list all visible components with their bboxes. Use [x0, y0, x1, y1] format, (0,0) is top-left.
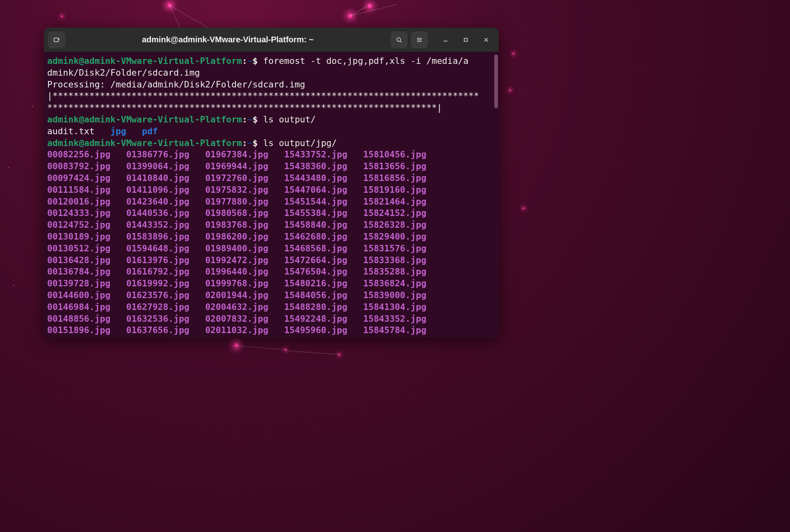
file-entry: 01992472.jpg — [205, 255, 268, 265]
file-entry: 00124333.jpg — [47, 208, 110, 218]
file-entry: 01983768.jpg — [205, 220, 268, 230]
terminal-line: admink@admink-VMware-Virtual-Platform:~$… — [47, 114, 495, 126]
minimize-button[interactable] — [437, 31, 454, 48]
scrollbar-thumb[interactable] — [494, 55, 498, 108]
file-entry: 01619992.jpg — [126, 278, 189, 288]
file-entry: 15821464.jpg — [363, 196, 426, 207]
terminal-line: audit.txt jpg pdf — [47, 126, 495, 137]
dir-entry: jpg — [110, 126, 126, 136]
file-entry: 01637656.jpg — [126, 325, 189, 335]
new-tab-button[interactable] — [48, 31, 65, 48]
file-entry: 01969944.jpg — [205, 161, 268, 171]
prompt-dollar: $ — [253, 114, 258, 124]
file-entry: 15810456.jpg — [363, 149, 426, 159]
hamburger-icon — [416, 36, 423, 44]
terminal-line: 00082256.jpg 01386776.jpg 01967384.jpg 1… — [47, 149, 495, 161]
file-entry: 15824152.jpg — [363, 208, 426, 218]
file-entry: 00120016.jpg — [47, 196, 110, 207]
terminal-body[interactable]: admink@admink-VMware-Virtual-Platform:~$… — [44, 52, 499, 338]
star-decor — [8, 167, 9, 168]
file-entry: 01410840.jpg — [126, 173, 189, 183]
star-decor — [523, 207, 524, 209]
svg-point-1 — [397, 37, 401, 41]
file-entry: 15484056.jpg — [284, 290, 347, 300]
prompt-colon: : — [242, 138, 247, 148]
file-entry: 15845784.jpg — [363, 325, 426, 335]
file-entry: 01632536.jpg — [126, 314, 189, 324]
file-entry: 02011032.jpg — [205, 325, 268, 335]
close-button[interactable] — [478, 31, 495, 48]
maximize-button[interactable] — [457, 31, 474, 48]
command-text: foremost -t doc,jpg,pdf,xls -i /media/a — [263, 56, 469, 66]
command-text: ls output/jpg/ — [263, 138, 337, 148]
svg-rect-0 — [54, 38, 59, 41]
file-entry: 15813656.jpg — [363, 161, 426, 171]
svg-rect-2 — [464, 38, 467, 41]
prompt-path: ~ — [247, 138, 253, 148]
file-entry: 01583896.jpg — [126, 231, 189, 242]
star-decor — [32, 106, 33, 107]
star-decor — [61, 15, 63, 17]
file-entry: audit.txt — [47, 126, 95, 136]
titlebar: admink@admink-VMware-Virtual-Platform: ~ — [44, 28, 499, 52]
window-title: admink@admink-VMware-Virtual-Platform: ~ — [68, 35, 387, 44]
file-entry: 15831576.jpg — [363, 243, 426, 253]
file-entry: 01972760.jpg — [205, 173, 268, 183]
file-entry: 01999768.jpg — [205, 278, 268, 288]
file-entry: 00139728.jpg — [47, 278, 110, 288]
star-decor — [513, 53, 514, 55]
terminal-line: 00124333.jpg 01440536.jpg 01980568.jpg 1… — [47, 207, 495, 219]
prompt-path: ~ — [247, 56, 253, 66]
file-entry: 01967384.jpg — [205, 149, 268, 159]
file-entry: 00082256.jpg — [47, 149, 110, 159]
terminal-line: 00120016.jpg 01423640.jpg 01977880.jpg 1… — [47, 196, 495, 208]
star-decor — [13, 285, 14, 286]
file-entry: 15495960.jpg — [284, 325, 347, 335]
terminal-line: 00136428.jpg 01613976.jpg 01992472.jpg 1… — [47, 255, 495, 266]
file-entry: 01627928.jpg — [126, 302, 189, 312]
close-icon — [482, 36, 490, 44]
terminal-line: ****************************************… — [47, 102, 495, 114]
file-entry: 01616792.jpg — [126, 266, 189, 277]
file-entry: 15843352.jpg — [363, 314, 426, 324]
file-entry: 15835288.jpg — [363, 266, 426, 277]
prompt-userhost: admink@admink-VMware-Virtual-Platform — [47, 56, 242, 66]
prompt-path: ~ — [247, 114, 253, 124]
terminal-line: |***************************************… — [47, 90, 495, 102]
star-decor — [509, 89, 511, 91]
file-entry: 15447064.jpg — [284, 185, 347, 195]
file-entry: 00146984.jpg — [47, 302, 110, 312]
file-entry: 15462680.jpg — [284, 231, 347, 242]
search-button[interactable] — [391, 31, 408, 48]
terminal-line: admink@admink-VMware-Virtual-Platform:~$… — [47, 137, 495, 149]
terminal-line: 00151896.jpg 01637656.jpg 02011032.jpg 1… — [47, 325, 495, 336]
terminal-line: 00146984.jpg 01627928.jpg 02004632.jpg 1… — [47, 301, 495, 313]
file-entry: 00136428.jpg — [47, 255, 110, 265]
line-decor — [350, 4, 371, 16]
menu-button[interactable] — [411, 31, 428, 48]
file-entry: 15819160.jpg — [363, 185, 426, 195]
file-entry: 15468568.jpg — [284, 243, 347, 253]
file-entry: 15833368.jpg — [363, 255, 426, 265]
file-entry: 00148856.jpg — [47, 314, 110, 324]
terminal-line: dmink/Disk2/Folder/sdcard.img — [47, 67, 495, 79]
terminal-line: 00130189.jpg 01583896.jpg 01986200.jpg 1… — [47, 231, 495, 243]
terminal-line: 00111584.jpg 01411096.jpg 01975832.jpg 1… — [47, 184, 495, 196]
file-entry: 00111584.jpg — [47, 185, 110, 195]
search-icon — [395, 36, 403, 44]
terminal-line: 00144600.jpg 01623576.jpg 02001944.jpg 1… — [47, 290, 495, 301]
file-entry: 01440536.jpg — [126, 208, 189, 218]
file-entry: 00097424.jpg — [47, 173, 110, 183]
terminal-line: 00136784.jpg 01616792.jpg 01996440.jpg 1… — [47, 266, 495, 278]
file-entry: 01443352.jpg — [126, 220, 189, 230]
file-entry: 02004632.jpg — [205, 302, 268, 312]
file-entry: 00124752.jpg — [47, 220, 110, 230]
command-text: ls output/ — [263, 114, 316, 124]
prompt-dollar: $ — [253, 56, 258, 66]
file-entry: 01423640.jpg — [126, 196, 189, 207]
new-tab-icon — [53, 36, 60, 44]
file-entry: 01613976.jpg — [126, 255, 189, 265]
file-entry: 00136784.jpg — [47, 266, 110, 277]
terminal-line: 00130512.jpg 01594648.jpg 01989400.jpg 1… — [47, 243, 495, 255]
terminal-line: 00124752.jpg 01443352.jpg 01983768.jpg 1… — [47, 219, 495, 231]
